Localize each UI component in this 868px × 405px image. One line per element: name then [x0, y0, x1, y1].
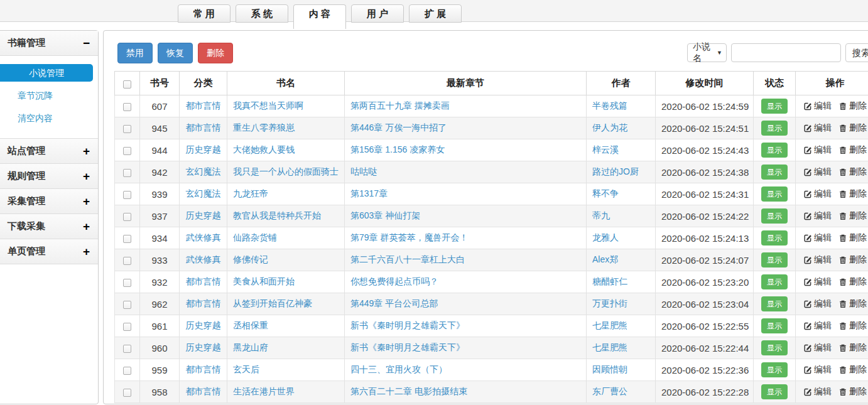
status-show-button[interactable]: 显示 [761, 384, 788, 399]
category-link[interactable]: 武侠修真 [186, 232, 221, 242]
category-link[interactable]: 历史穿越 [186, 144, 221, 154]
author-link[interactable]: 七星肥熊 [592, 320, 627, 330]
row-checkbox[interactable] [123, 323, 131, 331]
sidebar-section-2[interactable]: 规则管理+ [0, 164, 98, 189]
tab-1[interactable]: 系 统 [236, 4, 288, 23]
delete-action[interactable]: 删除 [838, 364, 867, 375]
row-checkbox[interactable] [123, 389, 131, 397]
book-title-link[interactable]: 大佬她救人要钱 [233, 144, 295, 154]
expand-icon[interactable]: + [83, 220, 90, 232]
latest-chapter-link[interactable]: 第603章 神仙打架 [350, 210, 420, 220]
delete-action[interactable]: 删除 [838, 122, 867, 134]
latest-chapter-link[interactable]: 第79章 群英荟萃，魔兽开会！ [350, 232, 468, 242]
edit-action[interactable]: 编辑 [803, 210, 832, 222]
category-link[interactable]: 都市言情 [186, 122, 221, 132]
book-title-link[interactable]: 玄天后 [233, 364, 259, 374]
edit-action[interactable]: 编辑 [803, 144, 832, 156]
author-link[interactable]: 万更扑街 [592, 298, 627, 308]
author-link[interactable]: 半卷残篇 [592, 100, 627, 111]
expand-icon[interactable]: + [83, 145, 90, 157]
row-checkbox[interactable] [123, 235, 131, 243]
edit-action[interactable]: 编辑 [803, 298, 832, 310]
category-link[interactable]: 武侠修真 [186, 254, 221, 264]
status-show-button[interactable]: 显示 [761, 186, 788, 202]
author-link[interactable]: 梓云溪 [592, 144, 619, 154]
tab-4[interactable]: 扩 展 [409, 4, 462, 23]
expand-icon[interactable]: + [83, 170, 90, 182]
edit-action[interactable]: 编辑 [803, 188, 832, 200]
category-link[interactable]: 历史穿越 [186, 210, 221, 220]
delete-action[interactable]: 删除 [838, 166, 867, 178]
row-checkbox[interactable] [123, 345, 131, 353]
edit-action[interactable]: 编辑 [803, 254, 832, 266]
book-title-link[interactable]: 教官从我是特种兵开始 [233, 210, 321, 220]
author-link[interactable]: 路过的JO厨 [592, 166, 639, 176]
status-show-button[interactable]: 显示 [761, 230, 788, 246]
edit-action[interactable]: 编辑 [803, 364, 832, 375]
delete-action[interactable]: 删除 [838, 144, 867, 156]
latest-chapter-link[interactable]: 四十三、宜用火攻（下） [350, 364, 447, 374]
book-title-link[interactable]: 从签到开始百亿神豪 [233, 298, 312, 308]
row-checkbox[interactable] [123, 279, 131, 287]
latest-chapter-link[interactable]: 新书《秦时明月之雄霸天下》 [350, 342, 465, 352]
tab-3[interactable]: 用 户 [351, 4, 404, 23]
restore-button[interactable]: 恢复 [158, 43, 193, 63]
sidebar-item-2[interactable]: 清空内容 [0, 109, 98, 127]
author-link[interactable]: 七星肥熊 [592, 342, 627, 352]
book-title-link[interactable]: 重生八零养狼崽 [233, 122, 295, 132]
author-link[interactable]: Alex郑 [592, 254, 618, 264]
edit-action[interactable]: 编辑 [803, 320, 832, 332]
expand-icon[interactable]: + [83, 195, 90, 207]
author-link[interactable]: 释不争 [592, 188, 619, 198]
row-checkbox[interactable] [123, 301, 131, 309]
book-title-link[interactable]: 美食从和面开始 [233, 276, 295, 286]
category-link[interactable]: 玄幻魔法 [186, 166, 221, 176]
author-link[interactable]: 龙雅人 [592, 232, 619, 242]
search-input[interactable] [731, 43, 841, 62]
author-link[interactable]: 东厂曹公 [592, 386, 627, 396]
category-link[interactable]: 都市言情 [186, 298, 221, 308]
author-link[interactable]: 蒂九 [592, 210, 610, 220]
edit-action[interactable]: 编辑 [803, 166, 832, 178]
status-show-button[interactable]: 显示 [761, 121, 788, 136]
book-title-link[interactable]: 修佛传记 [233, 254, 268, 264]
search-type-select[interactable]: 小说名 ▼ [687, 43, 727, 62]
book-title-link[interactable]: 仙路杂货铺 [233, 232, 277, 242]
tab-0[interactable]: 常 用 [178, 4, 231, 23]
latest-chapter-link[interactable]: 第两百五十九章 摆摊卖画 [350, 100, 450, 111]
latest-chapter-link[interactable]: 第449章 平台公司总部 [350, 298, 438, 308]
row-checkbox[interactable] [123, 147, 131, 155]
category-link[interactable]: 历史穿越 [186, 342, 221, 352]
category-link[interactable]: 玄幻魔法 [186, 188, 221, 198]
tab-2[interactable]: 内 容 [293, 4, 346, 29]
delete-action[interactable]: 删除 [838, 100, 867, 112]
row-checkbox[interactable] [123, 103, 131, 111]
sidebar-section-4[interactable]: 下载采集+ [0, 214, 98, 239]
status-show-button[interactable]: 显示 [761, 362, 788, 377]
status-show-button[interactable]: 显示 [761, 165, 788, 180]
latest-chapter-link[interactable]: 第六百二十二章 电影拍摄结束 [350, 386, 467, 396]
disable-button[interactable]: 禁用 [117, 43, 153, 63]
sidebar-item-1[interactable]: 章节沉降 [0, 87, 98, 104]
book-title-link[interactable]: 我只是一个从心的假面骑士 [233, 166, 339, 176]
book-title-link[interactable]: 九龙狂帝 [233, 188, 268, 198]
delete-action[interactable]: 删除 [838, 232, 867, 244]
row-checkbox[interactable] [123, 213, 131, 221]
latest-chapter-link[interactable]: 咕咕哒 [350, 166, 377, 176]
status-show-button[interactable]: 显示 [761, 318, 788, 333]
latest-chapter-link[interactable]: 新书《秦时明月之雄霸天下》 [350, 320, 465, 330]
category-link[interactable]: 都市言情 [186, 276, 221, 286]
sidebar-section-1[interactable]: 站点管理+ [0, 139, 98, 164]
collapse-icon[interactable]: − [83, 37, 90, 49]
delete-action[interactable]: 删除 [838, 342, 867, 354]
status-show-button[interactable]: 显示 [761, 252, 788, 267]
book-title-link[interactable]: 黑龙山府 [233, 342, 268, 352]
sidebar-section-0[interactable]: 书籍管理− [0, 31, 98, 56]
author-link[interactable]: 因顾惜朝 [592, 364, 627, 374]
row-checkbox[interactable] [123, 257, 131, 265]
edit-action[interactable]: 编辑 [803, 276, 832, 288]
delete-action[interactable]: 删除 [838, 188, 867, 200]
book-title-link[interactable]: 生活在港片世界 [233, 386, 295, 396]
category-link[interactable]: 都市言情 [186, 386, 221, 396]
edit-action[interactable]: 编辑 [803, 342, 832, 354]
